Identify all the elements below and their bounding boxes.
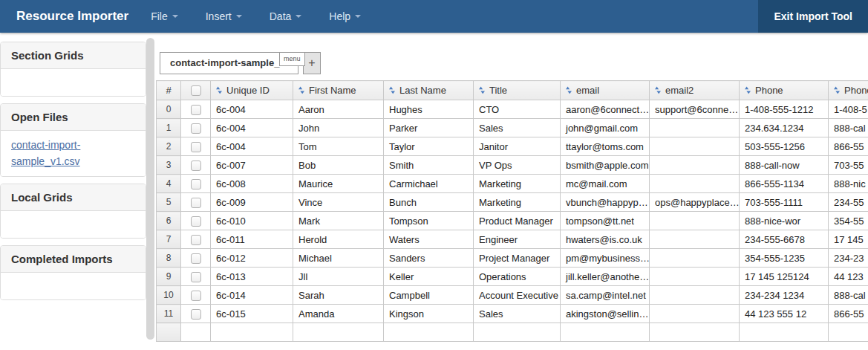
grid-cell[interactable]: 6c-012 (211, 249, 293, 268)
grid-cell[interactable]: 6c-004 (211, 100, 293, 119)
grid-cell[interactable]: 1-408-555-1212 (740, 100, 829, 119)
grid-cell[interactable]: Sarah (293, 286, 384, 305)
row-number[interactable]: 4 (157, 175, 181, 193)
row-checkbox[interactable] (191, 272, 201, 282)
grid-cell[interactable]: akingston@sellin… (561, 305, 650, 323)
row-number[interactable]: 3 (157, 156, 181, 175)
row-checkbox[interactable] (191, 253, 201, 264)
row-checkbox-cell[interactable] (181, 137, 211, 156)
row-checkbox[interactable] (191, 123, 201, 134)
row-checkbox-cell[interactable] (181, 305, 211, 323)
grid-cell[interactable]: 888-nic (829, 175, 868, 193)
grid-cell[interactable]: Tompson (384, 212, 474, 230)
select-all-checkbox[interactable] (191, 85, 201, 96)
grid-cell[interactable] (650, 323, 740, 342)
row-checkbox-cell[interactable] (181, 249, 211, 268)
grid-cell[interactable]: vbunch@happyp… (561, 193, 650, 212)
grid-cell[interactable]: 234-555-6678 (740, 230, 829, 249)
grid-cell[interactable]: Marketing (474, 175, 561, 193)
row-checkbox[interactable] (191, 142, 201, 152)
grid-cell[interactable] (740, 323, 829, 342)
grid-cell[interactable] (650, 249, 740, 268)
grid-cell[interactable] (650, 268, 740, 286)
column-header-title[interactable]: Title (474, 81, 561, 100)
column-header-email[interactable]: email (561, 81, 650, 100)
grid-cell[interactable]: 6c-014 (211, 286, 293, 305)
grid-cell[interactable]: 234-23 (829, 249, 868, 268)
grid-cell[interactable]: Waters (384, 230, 474, 249)
grid-cell[interactable]: Keller (384, 268, 474, 286)
add-tab-button[interactable]: + (303, 52, 321, 74)
grid-cell[interactable] (650, 137, 740, 156)
row-number[interactable]: 10 (157, 286, 181, 305)
grid-cell[interactable]: mc@mail.com (561, 175, 650, 193)
grid-cell[interactable]: 866-55 (829, 305, 868, 323)
grid-cell[interactable]: Engineer (474, 230, 561, 249)
row-checkbox[interactable] (191, 105, 201, 115)
grid-cell[interactable]: Bob (293, 156, 384, 175)
column-header-unique-id[interactable]: Unique ID (211, 81, 293, 100)
grid-cell[interactable] (650, 175, 740, 193)
grid-cell[interactable]: ttaylor@toms.com (561, 137, 650, 156)
grid-cell[interactable]: 6c-013 (211, 268, 293, 286)
grid-cell[interactable]: Mark (293, 212, 384, 230)
grid-cell[interactable]: 703-55 (829, 156, 868, 175)
row-checkbox[interactable] (191, 161, 201, 171)
grid-cell[interactable]: 17 145 (829, 230, 868, 249)
grid-cell[interactable]: Tom (293, 137, 384, 156)
row-checkbox-cell[interactable] (181, 286, 211, 305)
grid-cell[interactable] (293, 323, 384, 342)
grid-cell[interactable]: jill.keller@anothe… (561, 268, 650, 286)
grid-cell[interactable]: Project Manager (474, 249, 561, 268)
grid-cell[interactable]: Parker (384, 119, 474, 137)
menu-file[interactable]: File (151, 10, 178, 22)
grid-cell[interactable]: 888-call-now (740, 156, 829, 175)
column-header-select-all[interactable] (181, 81, 211, 100)
row-checkbox-cell[interactable] (181, 100, 211, 119)
grid-cell[interactable]: 866-555-1134 (740, 175, 829, 193)
grid-cell[interactable]: 6c-004 (211, 137, 293, 156)
grid-cell[interactable]: Michael (293, 249, 384, 268)
row-checkbox-cell[interactable] (181, 193, 211, 212)
grid-cell[interactable]: Operations (474, 268, 561, 286)
column-header-last-name[interactable]: Last Name (384, 81, 474, 100)
grid-cell[interactable]: 234-55 (829, 193, 868, 212)
grid-cell[interactable]: Carmichael (384, 175, 474, 193)
grid-cell[interactable]: Janitor (474, 137, 561, 156)
grid-cell[interactable]: sa.camp@intel.net (561, 286, 650, 305)
row-checkbox[interactable] (191, 179, 201, 189)
column-header-email2[interactable]: email2 (650, 81, 740, 100)
row-number[interactable] (157, 323, 181, 342)
grid-cell[interactable]: Maurice (293, 175, 384, 193)
grid-cell[interactable]: Sanders (384, 249, 474, 268)
grid-cell[interactable]: VP Ops (474, 156, 561, 175)
grid-cell[interactable]: Campbell (384, 286, 474, 305)
grid-cell[interactable]: 888-cal (829, 119, 868, 137)
row-checkbox[interactable] (191, 291, 201, 301)
column-header-phone[interactable]: Phone (740, 81, 829, 100)
grid-cell[interactable]: Amanda (293, 305, 384, 323)
grid-cell[interactable]: Herold (293, 230, 384, 249)
grid-cell[interactable]: 866-55 (829, 137, 868, 156)
grid-cell[interactable]: john@gmail.com (561, 119, 650, 137)
grid-cell[interactable] (474, 323, 561, 342)
row-checkbox-cell[interactable] (181, 268, 211, 286)
row-number[interactable]: 8 (157, 249, 181, 268)
row-checkbox[interactable] (191, 235, 201, 245)
row-checkbox-cell[interactable] (181, 119, 211, 137)
grid-cell[interactable]: 888-cal (829, 286, 868, 305)
row-checkbox[interactable] (191, 198, 201, 208)
row-checkbox[interactable] (191, 216, 201, 227)
grid-cell[interactable]: 6c-010 (211, 212, 293, 230)
row-number[interactable]: 1 (157, 119, 181, 137)
grid-cell[interactable]: Sales (474, 119, 561, 137)
grid-cell[interactable]: 354-555-1235 (740, 249, 829, 268)
grid-cell[interactable]: 6c-004 (211, 119, 293, 137)
grid-cell[interactable] (211, 323, 293, 342)
grid-cell[interactable] (829, 323, 868, 342)
row-number[interactable]: 7 (157, 230, 181, 249)
grid-cell[interactable]: 6c-011 (211, 230, 293, 249)
grid-cell[interactable]: hwaters@is.co.uk (561, 230, 650, 249)
grid-cell[interactable]: John (293, 119, 384, 137)
grid-cell[interactable]: Hughes (384, 100, 474, 119)
